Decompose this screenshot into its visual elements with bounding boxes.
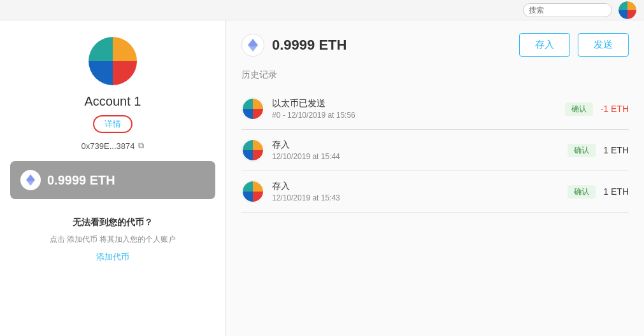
tx-title-2: 存入	[272, 181, 555, 192]
sidebar: Account 1 详情 0x739E...3874 ⧉ 0.9999 ETH …	[0, 20, 226, 336]
send-button[interactable]: 发送	[578, 33, 629, 57]
tx-info-0: 以太币已发送 #0 - 12/10/2019 at 15:56	[272, 98, 552, 120]
right-balance-text: 0.9999 ETH	[272, 37, 347, 53]
no-tokens-desc: 点击 添加代币 将其加入您的个人账户	[50, 234, 176, 246]
no-tokens-title: 无法看到您的代币？	[50, 217, 176, 228]
address-row: 0x739E...3874 ⧉	[82, 141, 145, 151]
copy-icon[interactable]: ⧉	[138, 141, 144, 151]
tx-badge-0: 确认	[565, 102, 593, 116]
tx-badge-1: 确认	[568, 144, 596, 157]
tx-icon-2	[241, 180, 264, 203]
top-bar	[0, 0, 644, 20]
table-row[interactable]: 存入 12/10/2019 at 15:44 确认 1 ETH	[241, 130, 629, 171]
tx-subtitle-1: 12/10/2019 at 15:44	[272, 152, 555, 161]
account-avatar	[87, 36, 138, 87]
tx-subtitle-0: #0 - 12/10/2019 at 15:56	[272, 111, 552, 120]
table-row[interactable]: 存入 12/10/2019 at 15:43 确认 1 ETH	[241, 171, 629, 213]
no-tokens-section: 无法看到您的代币？ 点击 添加代币 将其加入您的个人账户 添加代币	[50, 217, 176, 263]
transaction-list: 以太币已发送 #0 - 12/10/2019 at 15:56 确认 -1 ET…	[241, 88, 629, 213]
tx-title-0: 以太币已发送	[272, 98, 552, 109]
tx-title-1: 存入	[272, 139, 555, 151]
avatar[interactable]	[619, 1, 636, 19]
tx-icon-1	[241, 139, 264, 162]
account-address: 0x739E...3874	[82, 141, 135, 151]
right-header: 0.9999 ETH 存入 发送	[241, 33, 629, 57]
tx-info-2: 存入 12/10/2019 at 15:43	[272, 181, 555, 202]
tx-amount-1: 1 ETH	[603, 145, 629, 155]
tx-amount-0: -1 ETH	[601, 104, 629, 114]
deposit-button[interactable]: 存入	[519, 33, 570, 57]
eth-balance-panel: 0.9999 ETH	[10, 161, 215, 199]
add-token-link[interactable]: 添加代币	[96, 252, 129, 262]
main-layout: Account 1 详情 0x739E...3874 ⧉ 0.9999 ETH …	[0, 20, 644, 336]
action-buttons: 存入 发送	[519, 33, 629, 57]
tx-subtitle-2: 12/10/2019 at 15:43	[272, 193, 555, 202]
tx-badge-2: 确认	[568, 185, 596, 199]
history-label: 历史记录	[241, 69, 629, 81]
search-input[interactable]	[523, 3, 612, 17]
table-row[interactable]: 以太币已发送 #0 - 12/10/2019 at 15:56 确认 -1 ET…	[241, 88, 629, 130]
tx-amount-2: 1 ETH	[603, 186, 629, 197]
eth-logo-circle	[20, 170, 41, 190]
right-eth-circle	[241, 34, 264, 57]
right-balance-row: 0.9999 ETH	[241, 34, 347, 57]
details-button[interactable]: 详情	[93, 115, 132, 133]
tx-icon-0	[241, 97, 264, 120]
tx-info-1: 存入 12/10/2019 at 15:44	[272, 139, 555, 161]
sidebar-eth-balance: 0.9999 ETH	[47, 173, 115, 188]
account-name: Account 1	[85, 94, 141, 109]
right-panel: 0.9999 ETH 存入 发送 历史记录	[226, 20, 644, 336]
